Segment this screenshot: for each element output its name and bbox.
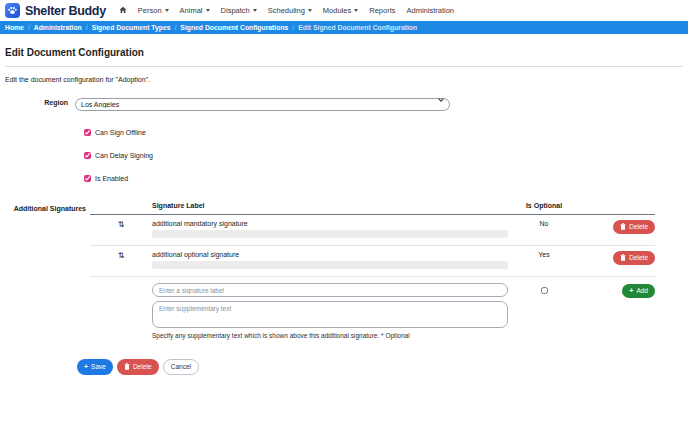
nav-item-dispatch[interactable]: Dispatch: [221, 6, 257, 15]
nav-item-label: Dispatch: [221, 6, 250, 15]
delete-signature-label: Delete: [629, 254, 648, 262]
add-signature-label: Add: [636, 287, 648, 295]
cancel-button-label: Cancel: [171, 363, 191, 371]
nav-item-person[interactable]: Person: [138, 6, 169, 15]
breadcrumb-separator: /: [86, 24, 88, 31]
supplementary-text-display: [152, 230, 508, 238]
plus-icon: +: [84, 363, 88, 370]
signature-row: ⇅ additional optional signature Yes Dele…: [90, 246, 655, 277]
delete-button-label: Delete: [133, 363, 152, 371]
brand-name[interactable]: Shelter Buddy: [25, 4, 106, 18]
nav-item-scheduling[interactable]: Scheduling: [268, 6, 312, 15]
breadcrumb-signed-document-configurations[interactable]: Signed Document Configurations: [180, 24, 288, 31]
plus-icon: +: [629, 287, 633, 294]
signature-row: ⇅ additional mandatory signature No Dele…: [90, 215, 655, 246]
signature-label-text: additional mandatory signature: [152, 220, 508, 227]
title-divider: [5, 66, 683, 67]
intro-text: Edit the document configuration for "Ado…: [5, 76, 683, 83]
paw-icon: [7, 2, 18, 20]
breadcrumb-signed-document-types[interactable]: Signed Document Types: [92, 24, 171, 31]
delete-signature-label: Delete: [629, 223, 648, 231]
breadcrumb-administration[interactable]: Administration: [34, 24, 82, 31]
column-header-signature-label: Signature Label: [152, 202, 508, 209]
nav-item-label: Scheduling: [268, 6, 305, 15]
supplementary-text-input[interactable]: [152, 301, 508, 328]
brand-logo[interactable]: [5, 3, 20, 18]
cancel-button[interactable]: Cancel: [163, 359, 199, 375]
reorder-icon[interactable]: ⇅: [90, 220, 152, 229]
signature-label-input[interactable]: [152, 283, 508, 297]
chevron-down-icon: [253, 9, 257, 12]
breadcrumb-current-page: Edit Signed Document Configuration: [298, 24, 417, 31]
region-label: Region: [5, 99, 75, 106]
signatures-table: Signature Label Is Optional ⇅ additional…: [90, 198, 655, 341]
nav-item-label: Modules: [323, 6, 351, 15]
region-select[interactable]: Los Angeles: [75, 98, 450, 111]
chevron-down-icon: [308, 9, 312, 12]
trash-icon: [620, 254, 626, 261]
breadcrumb-home[interactable]: Home: [5, 24, 24, 31]
add-signature-row: Specify any supplementary text which is …: [90, 277, 655, 341]
trash-icon: [124, 363, 130, 370]
is-optional-value: Yes: [508, 251, 580, 258]
nav-item-reports[interactable]: Reports: [369, 6, 395, 15]
can-delay-signing-label: Can Delay Signing: [95, 152, 153, 159]
is-enabled-checkbox[interactable]: [84, 175, 91, 182]
nav-item-label: Reports: [369, 6, 395, 15]
delete-signature-button[interactable]: Delete: [613, 251, 655, 265]
supplementary-text-display: [152, 261, 508, 269]
nav-item-label: Animal: [180, 6, 203, 15]
supplementary-help-text: Specify any supplementary text which is …: [152, 332, 508, 339]
signature-label-text: additional optional signature: [152, 251, 508, 258]
can-sign-offline-row: Can Sign Offline: [84, 129, 683, 136]
form-actions: + Save Delete Cancel: [77, 359, 683, 375]
can-delay-signing-row: Can Delay Signing: [84, 152, 683, 159]
chevron-down-icon: [206, 9, 210, 12]
breadcrumb-separator: /: [292, 24, 294, 31]
breadcrumb-separator: /: [174, 24, 176, 31]
trash-icon: [620, 223, 626, 230]
save-button-label: Save: [91, 363, 106, 371]
nav-item-animal[interactable]: Animal: [180, 6, 210, 15]
delete-signature-button[interactable]: Delete: [613, 220, 655, 234]
home-icon: [119, 6, 127, 16]
nav-item-administration[interactable]: Administration: [406, 6, 454, 15]
nav-item-modules[interactable]: Modules: [323, 6, 358, 15]
breadcrumb: Home / Administration / Signed Document …: [0, 21, 688, 34]
breadcrumb-separator: /: [28, 24, 30, 31]
chevron-down-icon: [165, 9, 169, 12]
can-sign-offline-label: Can Sign Offline: [95, 129, 146, 136]
delete-button[interactable]: Delete: [117, 359, 159, 375]
nav-item-label: Administration: [406, 6, 454, 15]
is-enabled-label: Is Enabled: [95, 175, 128, 182]
save-button[interactable]: + Save: [77, 359, 113, 375]
additional-signatures-section: Additional Signatures Signature Label Is…: [5, 198, 683, 341]
is-optional-value: No: [508, 220, 580, 227]
chevron-down-icon: [354, 9, 358, 12]
is-optional-checkbox[interactable]: [541, 287, 548, 294]
additional-signatures-caption: Additional Signatures: [5, 198, 90, 341]
main-nav: Person Animal Dispatch Scheduling Module…: [119, 6, 454, 16]
is-enabled-row: Is Enabled: [84, 175, 683, 182]
reorder-icon[interactable]: ⇅: [90, 251, 152, 260]
nav-home[interactable]: [119, 6, 127, 16]
nav-item-label: Person: [138, 6, 162, 15]
region-field-row: Region Los Angeles: [5, 93, 683, 111]
page-title: Edit Document Configuration: [5, 47, 683, 58]
signatures-header-row: Signature Label Is Optional: [90, 198, 655, 215]
can-sign-offline-checkbox[interactable]: [84, 129, 91, 136]
top-navbar: Shelter Buddy Person Animal Dispatch Sch…: [0, 0, 688, 21]
add-signature-button[interactable]: + Add: [622, 284, 655, 298]
column-header-is-optional: Is Optional: [508, 202, 580, 209]
can-delay-signing-checkbox[interactable]: [84, 152, 91, 159]
main-content: Edit Document Configuration Edit the doc…: [0, 47, 688, 375]
